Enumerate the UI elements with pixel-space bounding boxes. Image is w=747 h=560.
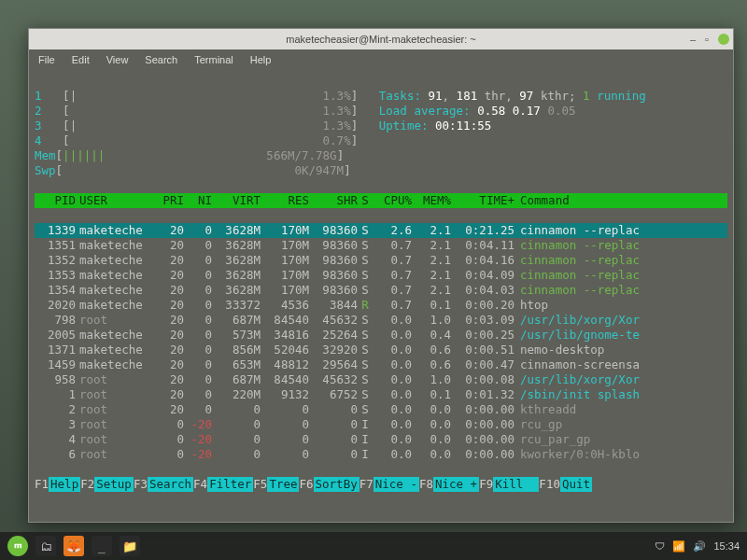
menu-help[interactable]: Help — [250, 54, 272, 65]
files-icon[interactable]: 🗂 — [35, 536, 56, 556]
process-row[interactable]: 3root0-20000I0.00.00:00.00rcu_gp — [35, 417, 727, 432]
volume-icon[interactable]: 🔊 — [693, 540, 706, 553]
fkey-setup[interactable]: F2Setup — [80, 477, 134, 492]
process-row[interactable]: 4root0-20000I0.00.00:00.00rcu_par_gp — [35, 432, 727, 447]
shield-icon[interactable]: 🛡 — [655, 540, 665, 552]
menubar: File Edit View Search Terminal Help — [29, 49, 733, 70]
terminal-body[interactable]: 1 [| 1.3%] Tasks: 91, 181 thr, 97 kthr; … — [29, 70, 733, 522]
process-row[interactable]: 798root200687M8454045632S0.01.00:03.09/u… — [35, 313, 727, 328]
window-title: maketecheasier@Mint-maketecheasier: ~ — [286, 34, 475, 45]
fkey-help[interactable]: F1Help — [35, 477, 80, 492]
process-row[interactable]: 1354maketeche2003628M170M98360S0.72.10:0… — [35, 283, 727, 298]
process-row[interactable]: 6root0-20000I0.00.00:00.00kworker/0:0H-k… — [35, 447, 727, 462]
fkey-sortby[interactable]: F6SortBy — [299, 477, 359, 492]
menu-search[interactable]: Search — [145, 54, 177, 65]
clock[interactable]: 15:34 — [713, 540, 740, 552]
fkey-filter[interactable]: F4Filter — [193, 477, 253, 492]
menu-view[interactable]: View — [106, 54, 129, 65]
firefox-icon[interactable]: 🦊 — [63, 536, 84, 556]
fkey-search[interactable]: F3Search — [134, 477, 193, 492]
process-row[interactable]: 1339maketeche2003628M170M98360S2.62.10:2… — [35, 223, 727, 238]
minimize-icon[interactable]: – — [690, 34, 696, 45]
close-icon[interactable] — [718, 34, 729, 45]
network-icon[interactable]: 📶 — [672, 540, 685, 553]
maximize-icon[interactable]: ▫ — [705, 34, 709, 45]
fkey-quit[interactable]: F10Quit — [539, 477, 592, 492]
taskbar[interactable]: 🗂 🦊 _ 📁 🛡 📶 🔊 15:34 — [0, 532, 747, 560]
process-row[interactable]: 1352maketeche2003628M170M98360S0.72.10:0… — [35, 253, 727, 268]
process-row[interactable]: 1root200220M91326752S0.00.10:01.32/sbin/… — [35, 387, 727, 402]
column-header[interactable]: PIDUSERPRINIVIRTRESSHRSCPU%MEM%TIME+Comm… — [35, 193, 727, 208]
terminal-window: maketecheasier@Mint-maketecheasier: ~ – … — [28, 28, 734, 523]
process-row[interactable]: 1371maketeche200856M5204632920S0.00.60:0… — [35, 343, 727, 357]
menu-edit[interactable]: Edit — [72, 54, 90, 65]
function-keys: F1HelpF2SetupF3SearchF4FilterF5TreeF6Sor… — [35, 477, 727, 492]
process-row[interactable]: 1351maketeche2003628M170M98360S0.72.10:0… — [35, 238, 727, 253]
process-row[interactable]: 2020maketeche2003337245363844R0.70.10:00… — [35, 298, 727, 313]
process-row[interactable]: 2root200000S0.00.00:00.00kthreadd — [35, 402, 727, 417]
process-row[interactable]: 2005maketeche200573M3481625264S0.00.40:0… — [35, 328, 727, 343]
menu-file[interactable]: File — [38, 54, 55, 65]
terminal-taskbar-icon[interactable]: _ — [92, 536, 112, 556]
process-row[interactable]: 958root200687M8454045632S0.01.00:00.08/u… — [35, 372, 727, 387]
menu-terminal[interactable]: Terminal — [194, 54, 233, 65]
fkey-nice +[interactable]: F8Nice + — [419, 477, 479, 492]
fkey-nice -[interactable]: F7Nice - — [359, 477, 419, 492]
folder-taskbar-icon[interactable]: 📁 — [120, 536, 140, 556]
start-menu-icon[interactable] — [7, 536, 28, 556]
process-row[interactable]: 1459maketeche200653M4881229564S0.00.60:0… — [35, 357, 727, 372]
process-row[interactable]: 1353maketeche2003628M170M98360S0.72.10:0… — [35, 268, 727, 283]
fkey-tree[interactable]: F5Tree — [253, 477, 299, 492]
titlebar[interactable]: maketecheasier@Mint-maketecheasier: ~ – … — [29, 29, 733, 49]
fkey-kill[interactable]: F9Kill — [479, 477, 539, 492]
